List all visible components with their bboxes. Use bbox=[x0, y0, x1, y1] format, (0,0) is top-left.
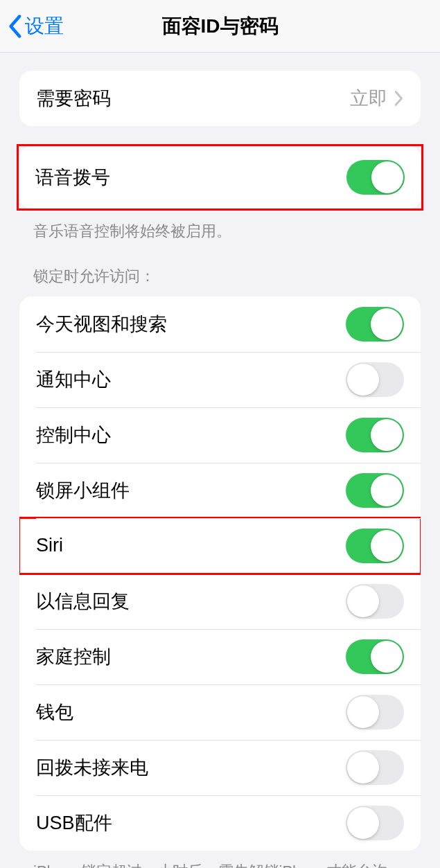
require-password-label: 需要密码 bbox=[36, 86, 111, 111]
lock-item-label: 锁屏小组件 bbox=[36, 478, 130, 503]
require-password-value: 立即 bbox=[350, 86, 387, 111]
lock-item-toggle[interactable] bbox=[346, 529, 404, 563]
lock-item-toggle[interactable] bbox=[346, 418, 404, 452]
lock-item-label: 控制中心 bbox=[36, 423, 111, 448]
chevron-right-icon bbox=[394, 90, 404, 107]
voice-dial-row: 语音拨号 bbox=[19, 146, 421, 209]
page-title: 面容ID与密码 bbox=[0, 13, 440, 39]
voice-dial-toggle[interactable] bbox=[346, 160, 405, 195]
voice-dial-highlight: 语音拨号 bbox=[17, 144, 423, 211]
lock-item-label: 家庭控制 bbox=[36, 644, 111, 669]
lock-item-row: 今天视图和搜索 bbox=[19, 296, 421, 352]
lock-item-label: 钱包 bbox=[36, 700, 73, 725]
lock-access-group: 今天视图和搜索通知中心控制中心锁屏小组件Siri以信息回复家庭控制钱包回拨未接来… bbox=[19, 296, 421, 851]
lock-item-toggle[interactable] bbox=[346, 473, 404, 508]
navbar: 设置 面容ID与密码 bbox=[0, 0, 440, 53]
lock-item-label: 今天视图和搜索 bbox=[36, 312, 167, 337]
lock-item-toggle[interactable] bbox=[346, 584, 404, 619]
lock-item-toggle[interactable] bbox=[346, 362, 404, 397]
lock-item-row: 回拨未接来电 bbox=[19, 740, 421, 795]
chevron-left-icon bbox=[7, 14, 22, 39]
back-button[interactable]: 设置 bbox=[7, 13, 64, 39]
lock-item-row: 锁屏小组件 bbox=[19, 463, 421, 518]
lock-item-toggle[interactable] bbox=[346, 806, 404, 840]
lock-item-label: 通知中心 bbox=[36, 367, 111, 392]
lock-item-row: 控制中心 bbox=[19, 407, 421, 463]
lock-item-row: 家庭控制 bbox=[19, 629, 421, 684]
lock-item-label: 回拨未接来电 bbox=[36, 755, 148, 780]
lock-item-label: Siri bbox=[36, 535, 63, 556]
lock-item-label: 以信息回复 bbox=[36, 589, 130, 614]
lock-item-toggle[interactable] bbox=[346, 639, 404, 674]
lock-item-toggle[interactable] bbox=[346, 307, 404, 342]
lock-item-row: 以信息回复 bbox=[19, 574, 421, 629]
lock-item-row: 钱包 bbox=[19, 684, 421, 740]
lock-section-footer: iPhone锁定超过一小时后，需先解锁iPhone才能允许USB配件连接。 bbox=[33, 860, 407, 868]
back-label: 设置 bbox=[25, 13, 64, 39]
lock-section-header: 锁定时允许访问： bbox=[33, 266, 407, 287]
lock-item-toggle[interactable] bbox=[346, 695, 404, 729]
require-password-row[interactable]: 需要密码 立即 bbox=[19, 71, 421, 126]
lock-item-row: 通知中心 bbox=[19, 352, 421, 407]
voice-dial-label: 语音拨号 bbox=[35, 165, 110, 190]
lock-item-row: USB配件 bbox=[19, 795, 421, 851]
require-password-group: 需要密码 立即 bbox=[19, 71, 421, 126]
lock-item-row: Siri bbox=[19, 518, 421, 574]
voice-dial-footer: 音乐语音控制将始终被启用。 bbox=[33, 220, 407, 242]
lock-item-label: USB配件 bbox=[36, 811, 112, 835]
lock-item-toggle[interactable] bbox=[346, 750, 404, 785]
